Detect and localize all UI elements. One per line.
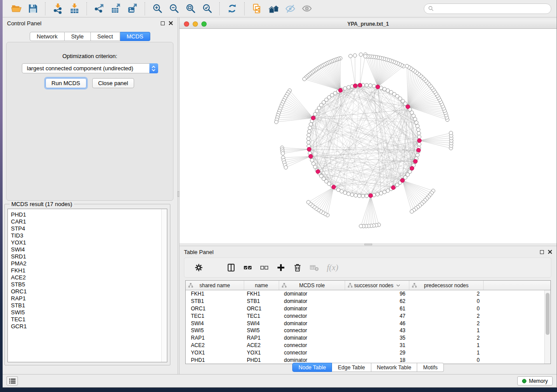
network-canvas[interactable]	[180, 29, 557, 243]
memory-button[interactable]: Memory	[517, 376, 553, 385]
close-panel-button[interactable]: Close panel	[92, 78, 135, 88]
zoom-fit-icon[interactable]	[183, 2, 197, 16]
mcds-result-item[interactable]: GCR1	[8, 323, 167, 330]
export-image-icon[interactable]	[125, 2, 139, 16]
table-row[interactable]: FKH1FKH1dominator962	[186, 290, 544, 298]
import-table-icon[interactable]	[67, 2, 81, 16]
mcds-result-item[interactable]: ORC1	[8, 288, 167, 295]
table-cell: 47	[345, 313, 409, 319]
network-window-title: YPA_prune.txt_1	[180, 21, 557, 27]
column-header-predecessor-nodes[interactable]: predecessor nodes	[409, 281, 484, 290]
import-network-icon[interactable]	[51, 2, 65, 16]
zoom-out-icon[interactable]	[167, 2, 181, 16]
mcds-result-item[interactable]: SWI5	[8, 309, 167, 316]
mcds-result-item[interactable]: TEC1	[8, 316, 167, 323]
mcds-result-item[interactable]: SWI4	[8, 246, 167, 253]
first-neighbors-icon[interactable]	[266, 2, 280, 16]
tab-mcds[interactable]: MCDS	[120, 32, 150, 41]
mcds-result-item[interactable]: SRD1	[8, 253, 167, 260]
application-window: Control Panel NetworkStyleSelectMCDS Opt…	[3, 0, 557, 388]
settings-gear-icon[interactable]	[193, 262, 204, 273]
deselect-all-icon[interactable]	[259, 262, 270, 273]
delete-table-icon[interactable]	[308, 262, 320, 273]
table-cell: dominator	[279, 335, 345, 341]
table-cell: connector	[279, 327, 345, 334]
duplicate-network-icon[interactable]	[250, 2, 264, 16]
mcds-result-item[interactable]: RAP1	[8, 295, 167, 302]
show-column-icon[interactable]	[225, 262, 237, 273]
close-panel-icon[interactable]	[548, 250, 552, 254]
node-table: shared namenameMCDS rolesuccessor nodesp…	[185, 280, 551, 364]
table-panel: Table Panel f(x) shared namenameMCDS rol…	[180, 246, 557, 374]
table-row[interactable]: SWI4SWI4dominator462	[186, 320, 544, 327]
open-folder-icon[interactable]	[9, 2, 23, 16]
table-cell: 61	[345, 306, 409, 312]
table-row[interactable]: YOX1YOX1connector291	[186, 349, 544, 356]
add-column-icon[interactable]	[275, 262, 287, 273]
function-builder-icon[interactable]: f(x)	[327, 263, 338, 272]
tab-motifs[interactable]: Motifs	[417, 363, 443, 372]
tab-network-table[interactable]: Network Table	[371, 363, 418, 372]
scrollbar-thumb[interactable]	[546, 293, 550, 335]
main-toolbar	[3, 0, 557, 17]
table-cell: PHD1	[244, 357, 279, 363]
mcds-result-item[interactable]: TID3	[8, 232, 167, 239]
table-cell: STB1	[244, 298, 279, 304]
zoom-selected-icon[interactable]	[200, 2, 214, 16]
column-header-filler	[484, 281, 550, 290]
mcds-result-item[interactable]: STP4	[8, 225, 167, 232]
export-network-icon[interactable]	[92, 2, 106, 16]
table-toolbar: f(x)	[184, 258, 551, 278]
tab-network[interactable]: Network	[30, 32, 65, 41]
table-row[interactable]: ORC1ORC1dominator610	[186, 305, 544, 313]
table-row[interactable]: TEC1TEC1connector472	[186, 312, 544, 320]
table-row[interactable]: SWI5SWI5connector431	[186, 327, 544, 334]
table-row[interactable]: RAP1RAP1dominator352	[186, 334, 544, 342]
table-scrollbar[interactable]	[544, 290, 550, 364]
delete-column-icon[interactable]	[292, 262, 303, 273]
mcds-result-item[interactable]: CAR1	[8, 218, 167, 225]
hide-selected-icon[interactable]	[283, 2, 297, 16]
splitter-grip[interactable]	[364, 244, 372, 245]
tab-node-table[interactable]: Node Table	[292, 363, 332, 372]
close-panel-icon[interactable]	[169, 21, 173, 25]
mcds-result-item[interactable]: ACE2	[8, 274, 167, 281]
criterion-label: Optimization criterion:	[7, 53, 173, 59]
column-header-mcds-role[interactable]: MCDS role	[279, 281, 345, 290]
criterion-dropdown[interactable]: largest connected component (undirected)	[22, 63, 158, 73]
search-icon	[428, 6, 434, 11]
select-all-icon[interactable]	[242, 262, 253, 273]
save-icon[interactable]	[26, 2, 40, 16]
run-mcds-button[interactable]: Run MCDS	[45, 78, 86, 88]
menu-list-icon[interactable]	[7, 376, 18, 385]
list-scrollbar[interactable]	[161, 209, 167, 362]
column-header-successor-nodes[interactable]: successor nodes	[345, 281, 409, 290]
mcds-result-item[interactable]: STB1	[8, 302, 167, 309]
mcds-result-item[interactable]: STB5	[8, 281, 167, 288]
column-header-name[interactable]: name	[244, 281, 279, 290]
search-input[interactable]	[436, 5, 547, 12]
tab-edge-table[interactable]: Edge Table	[332, 363, 371, 372]
table-cell: ORC1	[186, 306, 244, 312]
mcds-result-item[interactable]: PHD1	[8, 211, 167, 218]
table-panel-title: Table Panel	[184, 249, 540, 255]
table-cell: dominator	[279, 320, 345, 327]
table-cell: SWI4	[186, 320, 244, 327]
zoom-in-icon[interactable]	[150, 2, 164, 16]
show-all-icon[interactable]	[300, 2, 314, 16]
mcds-result-item[interactable]: YOX1	[8, 239, 167, 246]
float-window-icon[interactable]	[161, 21, 165, 25]
float-window-icon[interactable]	[540, 250, 544, 254]
table-row[interactable]: STB1STB1dominator620	[186, 298, 544, 305]
tab-select[interactable]: Select	[91, 32, 120, 41]
column-header-shared-name[interactable]: shared name	[186, 281, 244, 290]
export-table-icon[interactable]	[109, 2, 123, 16]
table-row[interactable]: ACE2ACE2connector311	[186, 342, 544, 349]
mcds-result-item[interactable]: PMA2	[8, 260, 167, 267]
table-cell: 0	[409, 306, 484, 312]
tab-style[interactable]: Style	[65, 32, 91, 41]
refresh-icon[interactable]	[225, 2, 239, 16]
mcds-result-item[interactable]: FKH1	[8, 267, 167, 274]
toolbar-separator	[145, 2, 145, 15]
mcds-result-list[interactable]: PHD1CAR1STP4TID3YOX1SWI4SRD1PMA2FKH1ACE2…	[7, 209, 167, 362]
